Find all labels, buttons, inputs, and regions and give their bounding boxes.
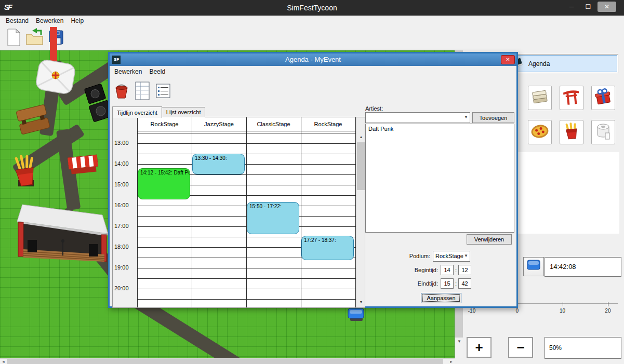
main-stage-object[interactable] [13,204,109,267]
stage-column-header: JazzyStage [192,117,246,131]
menu-bewerken[interactable]: Bewerken [32,16,67,25]
map-horizontal-scrollbar[interactable]: ◄ ► [0,358,455,364]
apply-button[interactable]: Aanpassen [421,293,461,303]
end-time-label: Eindtijd: [390,280,438,287]
time-label: 19:00 [114,264,136,271]
end-hour-field[interactable]: 15 [441,278,454,289]
shop-item-button[interactable] [560,86,583,110]
shop-item-button[interactable] [560,120,583,144]
time-label: 15:00 [114,181,136,187]
artist-list-item[interactable]: Daft Punk [366,124,514,133]
time-label: 17:00 [114,223,136,229]
scroll-left-icon[interactable]: ◄ [0,359,7,364]
scroll-down-icon[interactable]: ▼ [455,338,463,346]
scale-tick-label: -10 [463,308,481,314]
horizontal-scroll-thumb[interactable] [7,359,443,364]
artist-list[interactable]: Daft Punk [365,124,514,233]
schedule-grid[interactable]: RockStageJazzyStageClassicStageRockStage… [112,117,365,308]
add-artist-button[interactable]: Toevoegen [472,112,514,123]
agenda-dialog: SF Agenda - MyEvent ✕ BewerkenBeeld [108,52,518,308]
scale-tick [608,302,608,306]
stage-column-header: ClassicStage [246,117,301,131]
schedule-event[interactable]: 13:30 - 14:30: [192,154,245,174]
close-button[interactable]: ✕ [598,2,616,12]
floor-tile-icon [530,88,549,108]
schedule-event[interactable]: 17:27 - 18:37: [301,236,354,260]
podium-label: Podium: [393,253,430,259]
chevron-down-icon: ▼ [464,253,468,258]
shop-item-button[interactable] [591,120,615,144]
screen-button[interactable] [523,257,544,276]
time-separator: : [455,267,457,273]
time-label: 13:00 [114,140,136,146]
dialog-toolbar [110,77,516,105]
grid-line [137,117,138,307]
list-view-button[interactable] [153,82,173,102]
toilet-paper-icon [594,122,613,142]
new-file-icon [6,28,21,49]
striped-booth-object[interactable] [67,153,100,178]
scroll-right-icon[interactable]: ► [448,359,455,364]
shop-item-button[interactable] [528,86,552,110]
fries-icon [562,122,581,142]
grid-line [137,131,355,131]
grid-line [192,117,192,307]
dialog-titlebar: SF Agenda - MyEvent ✕ [110,53,516,66]
artist-dropdown[interactable]: ▼ [365,112,470,123]
begin-time-label: Begintijd: [390,267,438,273]
minimize-button[interactable]: ─ [564,2,579,12]
main-menubar: BestandBewerkenHelp [0,16,624,26]
zoom-in-button[interactable]: + [467,337,492,358]
agenda-item-label: Agenda [528,60,550,68]
menu-help[interactable]: Help [67,16,87,25]
dialog-menu-bewerken[interactable]: Bewerken [111,67,145,76]
time-label: 18:00 [114,244,136,250]
delete-event-button[interactable] [112,82,131,102]
menu-bestand[interactable]: Bestand [2,16,32,25]
end-minute-field[interactable]: 42 [458,278,471,289]
screen-icon [526,259,541,275]
begin-hour-field[interactable]: 14 [441,265,454,275]
podium-dropdown-value: RockStage [435,253,463,259]
shop-grid [528,86,615,144]
torii-gate-icon [562,88,581,108]
begin-minute-field[interactable]: 12 [458,265,471,275]
delete-bucket-icon [114,82,129,102]
gift-icon [594,88,613,108]
dialog-tabs: Tijdlijn overzichtLijst overzicht [112,106,205,117]
stage-column-header: RockStage [301,117,355,131]
map-red-banner [50,27,57,50]
podium-dropdown[interactable]: RockStage ▼ [433,251,470,262]
scroll-down-icon[interactable]: ▼ [356,298,365,306]
agenda-list-item[interactable]: Agenda [503,55,617,72]
chevron-down-icon: ▼ [464,115,468,119]
schedule-event[interactable]: 15:50 - 17:22: [247,202,299,234]
tab-tijdlijn-overzicht[interactable]: Tijdlijn overzicht [112,106,162,118]
remove-artist-button[interactable]: Verwijderen [467,234,512,245]
stage-column-header: RockStage [137,117,192,131]
time-label: 14:00 [114,160,136,167]
open-file-button[interactable] [25,28,46,49]
tools-list: Agenda [502,54,618,73]
timeline-view-button[interactable] [132,82,152,102]
wooden-sign-object[interactable] [16,103,51,140]
tab-lijst-overzicht[interactable]: Lijst overzicht [162,107,206,117]
dialog-menu-beeld[interactable]: Beeld [145,67,169,76]
time-label: 20:00 [114,285,136,291]
window-title: SimFestTycoon [0,4,624,12]
schedule-event[interactable]: 14:12 - 15:42: Daft Punk [138,168,190,199]
fries-stand-object[interactable] [8,153,42,193]
schedule-scroll-thumb[interactable] [357,142,365,190]
zoom-out-button[interactable]: − [508,337,533,358]
time-separator: : [455,280,457,287]
screen-object[interactable] [347,307,366,324]
tent-object[interactable] [32,55,79,97]
scroll-up-icon[interactable]: ▲ [356,133,365,141]
schedule-scrollbar[interactable]: ▲▼ [356,117,365,307]
shop-item-button[interactable] [528,120,552,144]
new-file-button[interactable] [3,28,24,49]
dialog-close-button[interactable]: ✕ [501,55,515,64]
maximize-button[interactable]: ☐ [581,2,595,12]
artist-label: Artiest: [365,105,383,112]
shop-item-button[interactable] [591,86,615,110]
